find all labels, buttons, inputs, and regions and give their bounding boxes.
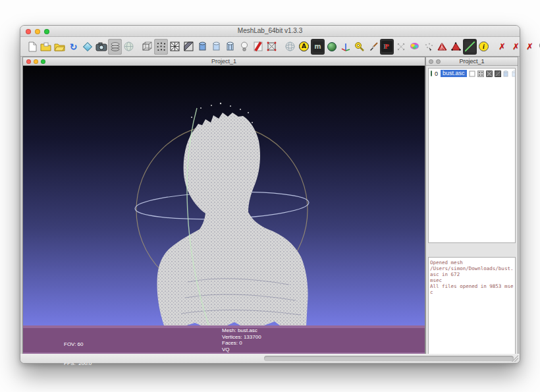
- web-globe-icon[interactable]: [122, 39, 136, 55]
- info-icon[interactable]: i: [477, 39, 491, 55]
- layer-name[interactable]: bust.asc: [441, 70, 467, 77]
- layer-flat-mode-icon[interactable]: [495, 70, 501, 77]
- hud-mesh-stats: Mesh: bust.asc Vertices: 133700 Faces: 0…: [222, 327, 261, 352]
- bbox-mode-icon[interactable]: [140, 39, 154, 55]
- flat-shading-icon[interactable]: [196, 39, 209, 55]
- snapshot-icon[interactable]: [94, 39, 108, 55]
- reload-icon[interactable]: ↻: [67, 39, 80, 55]
- delete-all-icon[interactable]: ✗: [523, 39, 537, 55]
- log-output[interactable]: Opened mesh /Users/simon/Downloads/bust.…: [428, 257, 516, 354]
- layers-panel-icon[interactable]: [108, 39, 122, 55]
- dock-titlebar[interactable]: Project_1: [426, 57, 518, 66]
- viewport-subwindow[interactable]: Project_1: [22, 57, 425, 355]
- pp-edit-icon[interactable]: P: [380, 39, 394, 55]
- colored-mesh-icon[interactable]: [408, 39, 421, 55]
- search-icon[interactable]: [537, 39, 540, 55]
- progress-bar: [264, 356, 514, 361]
- edit-select-icon[interactable]: [463, 39, 477, 55]
- layer-row[interactable]: 0 bust.asc: [429, 69, 515, 78]
- export-mesh-icon[interactable]: [80, 39, 94, 55]
- light-toggle-icon[interactable]: [237, 39, 251, 55]
- window-titlebar[interactable]: MeshLab_64bit v1.3.3: [20, 26, 520, 37]
- select-faces-icon[interactable]: [435, 39, 449, 55]
- hud-vq: VQ: [222, 347, 261, 353]
- gl-viewport[interactable]: [23, 66, 425, 325]
- layer-flat-shading-icon[interactable]: [503, 70, 510, 77]
- texture-toggle-icon[interactable]: [251, 39, 265, 55]
- viewport-titlebar[interactable]: Project_1: [23, 57, 425, 66]
- hud-vertices: Vertices: 133700: [222, 334, 261, 341]
- layer-wireframe-mode-icon[interactable]: [486, 70, 493, 77]
- layer-index: 0: [433, 70, 439, 77]
- select-vertices-icon[interactable]: [449, 39, 463, 55]
- normals-toggle-icon[interactable]: [265, 39, 279, 55]
- pick-points-icon[interactable]: [421, 39, 435, 55]
- dock-title: Project_1: [426, 58, 518, 65]
- smooth-shading-icon[interactable]: [209, 39, 223, 55]
- resize-grip[interactable]: [512, 355, 518, 362]
- hud-fov: FOV: 60: [64, 341, 92, 348]
- layer-points-mode-icon[interactable]: [477, 70, 484, 77]
- import-mesh-icon[interactable]: [53, 39, 67, 55]
- measure-icon[interactable]: [352, 39, 366, 55]
- layer-dock: Project_1 0 bust.asc: [425, 57, 518, 355]
- open-project-icon[interactable]: [39, 39, 53, 55]
- viewport-hud-bar: FOV: 60 FPS: 200.0 Mesh: bust.asc Vertic…: [23, 325, 425, 354]
- delete-selected-icon[interactable]: ✗: [509, 39, 523, 55]
- hud-faces: Faces: 0: [222, 340, 261, 347]
- new-document-icon[interactable]: [25, 39, 39, 55]
- point-cloud-render: [23, 66, 425, 325]
- delete-current-icon[interactable]: ✗: [495, 39, 509, 55]
- trackball-icon[interactable]: [283, 39, 297, 55]
- hud-mesh: Mesh: bust.asc: [222, 327, 261, 334]
- layer-visibility-icon[interactable]: [431, 70, 432, 76]
- radiance-scaling-icon[interactable]: [325, 39, 338, 55]
- mdi-area: Project_1: [20, 57, 520, 354]
- ambient-occlusion-icon[interactable]: A: [297, 39, 311, 55]
- axes-icon[interactable]: [338, 39, 352, 55]
- flat-lines-icon[interactable]: [223, 39, 237, 55]
- meshlab-window: MeshLab_64bit v1.3.3 ↻: [20, 25, 520, 364]
- shader-icon[interactable]: m: [311, 39, 325, 55]
- window-title: MeshLab_64bit v1.3.3: [20, 27, 520, 34]
- align-icon[interactable]: [394, 39, 408, 55]
- viewport-title: Project_1: [23, 58, 425, 65]
- paint-icon[interactable]: [366, 39, 380, 55]
- points-mode-icon[interactable]: [154, 39, 168, 55]
- layer-list[interactable]: 0 bust.asc: [428, 68, 516, 243]
- main-toolbar: ↻ A: [20, 37, 520, 57]
- layer-smooth-shading-icon[interactable]: [512, 70, 516, 77]
- hidden-lines-mode-icon[interactable]: [182, 39, 196, 55]
- status-bar: [20, 354, 520, 363]
- layer-bbox-mode-icon[interactable]: [469, 70, 475, 77]
- wireframe-mode-icon[interactable]: [168, 39, 182, 55]
